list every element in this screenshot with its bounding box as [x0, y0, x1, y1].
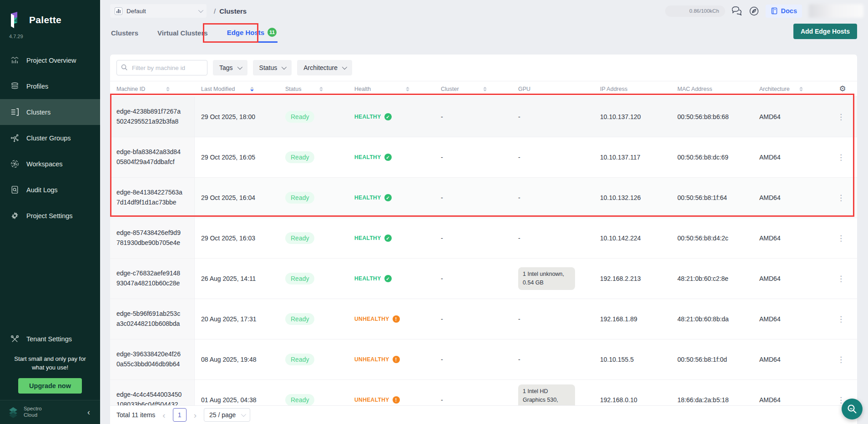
cell-machine-id: edge-c76832aefe914893047a48210b60c28e — [110, 259, 195, 299]
sidebar-item-profiles[interactable]: Profiles — [0, 73, 100, 99]
sort-icon[interactable] — [483, 87, 487, 91]
sidebar-item-audit-logs[interactable]: Audit Logs — [0, 177, 100, 203]
table-row[interactable]: edge-396338420e4f260a55c3bbd046db9b64 08… — [110, 339, 857, 380]
health-badge: HEALTHY✓ — [354, 154, 392, 161]
sidebar-item-workspaces[interactable]: Workspaces — [0, 151, 100, 177]
cell-architecture: AMD64 — [753, 380, 828, 405]
cell-health: HEALTHY✓ — [348, 97, 434, 137]
status-filter-dropdown[interactable]: Status — [253, 60, 292, 75]
project-scope-icon — [115, 7, 122, 15]
search-assistant-button[interactable] — [842, 399, 863, 419]
row-menu-icon[interactable]: ⋮ — [834, 151, 848, 164]
sort-icon[interactable] — [166, 87, 170, 91]
sidebar-item-cluster-groups[interactable]: Cluster Groups — [0, 125, 100, 151]
cluster-list-icon — [10, 108, 19, 117]
column-header-architecture[interactable]: Architecture — [753, 81, 828, 96]
column-header-health[interactable]: Health — [348, 81, 434, 96]
upgrade-now-button[interactable]: Upgrade now — [18, 378, 82, 394]
filter-bar: Tags Status Architecture — [110, 55, 857, 81]
table-row[interactable]: edge-4c4c4544003450108033b6c04f504432 01… — [110, 380, 857, 405]
column-header-mac-address[interactable]: MAC Address — [671, 81, 753, 96]
cell-last-modified: 29 Oct 2025, 16:05 — [195, 137, 279, 177]
project-selector[interactable]: Default — [110, 4, 207, 18]
table-header: Machine ID Last Modified Status Health C… — [110, 81, 857, 97]
cell-architecture: AMD64 — [753, 97, 828, 137]
status-badge: Ready — [285, 354, 314, 365]
edge-hosts-card: Tags Status Architecture Machine ID Last… — [110, 55, 857, 424]
chat-button[interactable] — [732, 6, 742, 16]
cell-architecture: AMD64 — [753, 339, 828, 379]
topbar-right: 0.86/100kCh — [665, 4, 863, 18]
table-row[interactable]: edge-8e41384227563a7d14df9f1d1ac73bbe 29… — [110, 178, 857, 218]
table-row[interactable]: edge-4238b891f7267a5024295521a92b3fa8 29… — [110, 97, 857, 137]
sort-icon[interactable] — [319, 87, 323, 91]
status-badge: Ready — [285, 313, 314, 325]
row-menu-icon[interactable]: ⋮ — [834, 110, 848, 124]
column-header-last-modified[interactable]: Last Modified — [195, 81, 279, 96]
column-header-gpu[interactable]: GPU — [512, 81, 594, 96]
page-size-select[interactable]: 25 / page — [204, 408, 250, 422]
cell-gpu: - — [512, 299, 594, 339]
sort-icon[interactable] — [250, 87, 254, 91]
cell-architecture: AMD64 — [753, 299, 828, 339]
upgrade-promo: Start small and only pay for what you us… — [0, 352, 100, 400]
sidebar-item-project-overview[interactable]: Project Overview — [0, 47, 100, 73]
column-settings-gear-icon[interactable]: ⚙ — [828, 81, 857, 96]
tab-edge-hosts[interactable]: Edge Hosts 11 — [226, 28, 278, 43]
prev-page-button[interactable]: ‹ — [162, 411, 165, 419]
row-menu-icon[interactable]: ⋮ — [834, 272, 848, 285]
column-header-machine-id[interactable]: Machine ID — [110, 81, 195, 96]
health-status-icon: ✓ — [384, 154, 392, 161]
sidebar-item-project-settings[interactable]: Project Settings — [0, 203, 100, 229]
next-page-button[interactable]: › — [194, 411, 197, 419]
row-menu-icon[interactable]: ⋮ — [834, 353, 848, 366]
sidebar-item-tenant-settings[interactable]: Tenant Settings — [0, 326, 100, 352]
cell-mac-address: 48:21:0b:60:8b:da — [671, 299, 753, 339]
cell-last-modified: 08 Aug 2025, 19:48 — [195, 339, 279, 379]
user-menu-redacted[interactable] — [809, 4, 863, 18]
tabs: Clusters Virtual Clusters Edge Hosts 11 — [110, 28, 278, 43]
support-button[interactable] — [749, 6, 759, 16]
sidebar-item-clusters[interactable]: Clusters — [0, 99, 100, 125]
cell-actions: ⋮ — [828, 259, 857, 299]
gear-icon — [10, 211, 19, 220]
tab-virtual-clusters[interactable]: Virtual Clusters — [156, 29, 209, 43]
column-header-status[interactable]: Status — [279, 81, 348, 96]
row-menu-icon[interactable]: ⋮ — [834, 313, 848, 326]
column-header-cluster[interactable]: Cluster — [434, 81, 512, 96]
page-number[interactable]: 1 — [173, 408, 187, 422]
breadcrumb-current[interactable]: Clusters — [219, 7, 247, 15]
docs-label: Docs — [781, 7, 797, 15]
cell-gpu: - — [512, 137, 594, 177]
tab-clusters[interactable]: Clusters — [110, 29, 139, 43]
cell-cluster: - — [434, 299, 512, 339]
cell-ip-address: 10.10.137.117 — [594, 137, 671, 177]
cell-ip-address: 10.10.142.224 — [594, 218, 671, 258]
sidebar-collapse-icon[interactable]: ‹ — [87, 408, 93, 417]
docs-button[interactable]: Docs — [766, 5, 802, 18]
row-menu-icon[interactable]: ⋮ — [834, 191, 848, 205]
table-row[interactable]: edge-bfa83842a83d8405804f29a47ddbafcf 29… — [110, 137, 857, 178]
cell-status: Ready — [279, 380, 348, 405]
architecture-filter-dropdown[interactable]: Architecture — [297, 60, 352, 75]
cell-gpu: - — [512, 97, 594, 137]
add-edge-hosts-button[interactable]: Add Edge Hosts — [793, 24, 857, 39]
cell-architecture: AMD64 — [753, 137, 828, 177]
column-header-ip-address[interactable]: IP Address — [594, 81, 671, 96]
table-row[interactable]: edge-c76832aefe914893047a48210b60c28e 26… — [110, 259, 857, 299]
cell-gpu: - — [512, 218, 594, 258]
machine-id-filter-input[interactable] — [116, 60, 207, 75]
sort-icon[interactable] — [406, 87, 409, 91]
cell-ip-address: 192.168.1.89 — [594, 299, 671, 339]
table-row[interactable]: edge-5b96f691ab253ca3c02448210b608bda 20… — [110, 299, 857, 339]
cell-gpu: - — [512, 339, 594, 379]
cell-last-modified: 01 Aug 2025, 04:38 — [195, 380, 279, 405]
table-row[interactable]: edge-857438426ef9d9781930dbe90b705e4e 29… — [110, 218, 857, 259]
chevron-down-icon — [282, 65, 287, 70]
cell-status: Ready — [279, 218, 348, 258]
sort-icon[interactable] — [799, 87, 803, 91]
health-badge: HEALTHY✓ — [354, 234, 392, 242]
row-menu-icon[interactable]: ⋮ — [834, 232, 848, 245]
cell-mac-address: 00:50:56:b8:b6:68 — [671, 97, 753, 137]
tags-filter-dropdown[interactable]: Tags — [213, 60, 247, 75]
